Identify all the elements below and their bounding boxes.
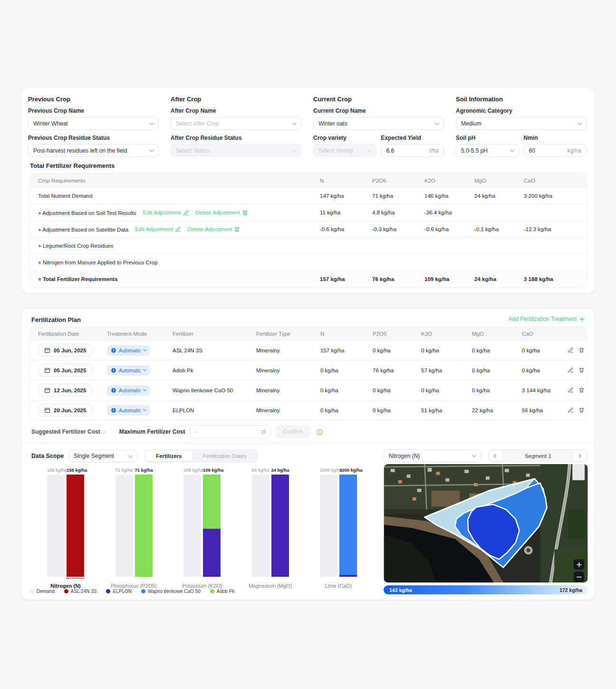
legend-item: Demand xyxy=(30,589,55,594)
chevron-down-icon xyxy=(128,453,133,458)
edit-row-button[interactable] xyxy=(568,347,574,353)
row-label-text: + Adjustment Based on Soil Test Results xyxy=(38,210,136,215)
after-crop-section: After Crop After Crop Name Select After … xyxy=(171,96,301,157)
current-crop-name-select[interactable]: Winter oats xyxy=(313,117,444,130)
plan-fertilizer-cell: Adob Pk xyxy=(165,368,249,373)
treatment-mode-select[interactable]: Automatic xyxy=(107,365,150,376)
plan-column-header: CaO xyxy=(514,331,566,337)
delete-row-button[interactable] xyxy=(578,387,585,393)
data-scope-label: Data Scope xyxy=(31,453,64,459)
plan-mode-cell: Automatic xyxy=(99,405,165,416)
date-picker-chip[interactable]: 20 Jun, 2025 xyxy=(38,404,92,417)
plan-row-actions xyxy=(566,347,587,353)
previous-crop-section: Previous Crop Previous Crop Name Winter … xyxy=(28,96,159,157)
nutrient-chart: 24 kg/ha24 kg/haMagnesium (MgO) xyxy=(252,467,289,577)
crop-variety-placeholder: Select Variety xyxy=(318,147,353,154)
plan-row: 20 Jun, 2025AutomaticELPLONMineralny0 kg… xyxy=(30,400,587,420)
delete-adjustment-link[interactable]: Delete Adjustment xyxy=(188,226,240,233)
segment-next-button[interactable] xyxy=(573,451,587,461)
map-zoom-in-button[interactable] xyxy=(574,559,584,570)
edit-adjustment-link[interactable]: Edit Adjustment xyxy=(135,226,181,233)
treatment-mode-select[interactable]: Automatic xyxy=(107,385,150,396)
requirements-row-label: Total Nutrient Demand xyxy=(30,193,312,199)
plan-value-cell: 3 144 kg/ha xyxy=(514,388,566,393)
add-fertilization-treatment-button[interactable]: Add Fertilization Treatment xyxy=(509,316,585,322)
chevron-right-icon xyxy=(577,454,581,457)
nutrient-category-label: Magnesium (MgO) xyxy=(249,583,292,589)
bar-pair xyxy=(116,475,153,577)
nutrient-category-label: Phosphorus (P2O5) xyxy=(111,583,157,589)
expected-yield-input[interactable] xyxy=(386,147,423,154)
requirements-row-label: + Adjustment Based on Soil Test ResultsE… xyxy=(30,210,312,216)
requirements-cell: 157 kg/ha xyxy=(312,276,365,282)
nutrient-category-label: Potassium (K2O) xyxy=(182,583,222,589)
previous-crop-residue-value: Post-harvest residues left on the field xyxy=(33,147,127,154)
delete-row-button[interactable] xyxy=(578,367,585,373)
soil-ph-select[interactable]: 5.0-5.5 pH xyxy=(456,144,519,157)
info-icon[interactable] xyxy=(316,428,323,436)
nmin-input[interactable] xyxy=(529,147,566,154)
demand-bar xyxy=(47,475,65,577)
delete-row-button[interactable] xyxy=(578,407,585,413)
map-zoom-out-button[interactable] xyxy=(574,572,584,582)
after-crop-residue-label: After Crop Residue Status xyxy=(171,135,301,141)
date-picker-chip[interactable]: 12 Jun, 2025 xyxy=(38,384,92,397)
fertilization-date: 05 Jun, 2025 xyxy=(54,368,86,373)
date-picker-chip[interactable]: 05 Jun, 2025 xyxy=(38,364,92,377)
max-cost-input[interactable] xyxy=(195,428,244,435)
current-crop-title: Current Crop xyxy=(313,96,444,103)
plan-value-cell: 0 kg/ha xyxy=(313,408,365,413)
bar-pair xyxy=(320,475,357,577)
edit-adjustment-link[interactable]: Edit Adjustment xyxy=(143,210,189,216)
tab-fertilizers[interactable]: Fertilizers xyxy=(145,451,192,461)
bar-value-labels: 3200 kg/ha3200 kg/ha xyxy=(320,467,357,474)
requirements-row-label: = Total Fertilizer Requirements xyxy=(30,276,312,282)
treatment-mode-select[interactable]: Automatic xyxy=(107,405,150,416)
bar-value-labels: 158 kg/ha158 kg/ha xyxy=(47,467,84,474)
date-picker-chip[interactable]: 05 Jun, 2025 xyxy=(38,344,92,357)
plan-value-cell: 0 kg/ha xyxy=(313,368,365,373)
tab-fertilization-dates[interactable]: Fertilization Dates xyxy=(192,451,257,461)
previous-crop-residue-select[interactable]: Post-harvest residues left on the field xyxy=(28,144,159,157)
plan-value-cell: 0 kg/ha xyxy=(514,348,566,353)
edit-row-button[interactable] xyxy=(568,367,574,373)
plan-column-header: N xyxy=(313,331,365,337)
plan-value-cell: 56 kg/ha xyxy=(514,408,566,413)
segment-navigator: Segment 1 xyxy=(488,449,588,462)
plan-column-header: MgO xyxy=(464,331,514,337)
segment-prev-button[interactable] xyxy=(490,451,503,461)
legend-label: ASL 24N 3S xyxy=(71,589,97,594)
applied-bar xyxy=(339,475,357,577)
bar-segment-elplon xyxy=(339,575,357,577)
plan-row: 05 Jun, 2025AutomaticAdob PkMineralny0 k… xyxy=(30,360,587,380)
fertilization-date: 20 Jun, 2025 xyxy=(54,408,86,413)
bar-value-labels: 71 kg/ha71 kg/ha xyxy=(116,467,153,474)
after-crop-name-select[interactable]: Select After Crop xyxy=(171,117,301,130)
legend-label: Wapno tlenkowe CaO 50 xyxy=(148,589,201,594)
edit-row-button[interactable] xyxy=(568,407,574,413)
delete-adjustment-link[interactable]: Delete Adjustment xyxy=(196,210,248,216)
edit-adjustment-label: Edit Adjustment xyxy=(143,210,181,215)
plan-date-cell: 05 Jun, 2025 xyxy=(30,364,99,377)
previous-crop-name-label: Previous Crop Name xyxy=(28,107,159,114)
field-map[interactable] xyxy=(384,464,588,582)
max-cost-field-wrap: zł xyxy=(190,425,270,438)
previous-crop-name-select[interactable]: Winter Wheat xyxy=(28,117,159,130)
plan-value-cell: 0 kg/ha xyxy=(464,368,514,373)
confirm-button[interactable]: Confirm xyxy=(275,425,310,438)
scale-max-value: 172 kg/ha xyxy=(559,587,582,593)
edit-row-button[interactable] xyxy=(568,387,574,393)
nutrient-chart: 3200 kg/ha3200 kg/haLime (CaO) xyxy=(320,467,357,577)
plan-date-cell: 20 Jun, 2025 xyxy=(30,404,99,417)
treatment-mode-select[interactable]: Automatic xyxy=(107,345,150,356)
trash-icon xyxy=(242,210,248,216)
bar-segment-adob-pk xyxy=(135,475,153,577)
data-scope-select[interactable]: Single Segment xyxy=(68,450,137,462)
agronomic-category-select[interactable]: Medium xyxy=(456,117,587,130)
plan-column-header: Fertilization Date xyxy=(30,331,99,337)
nutrient-category-label: Lime (CaO) xyxy=(325,583,352,589)
map-nutrient-select[interactable]: Nitrogen (N) xyxy=(384,449,481,462)
applied-value-label: 71 kg/ha xyxy=(135,467,153,474)
delete-row-button[interactable] xyxy=(578,347,585,353)
treatment-mode-label: Automatic xyxy=(119,388,141,393)
